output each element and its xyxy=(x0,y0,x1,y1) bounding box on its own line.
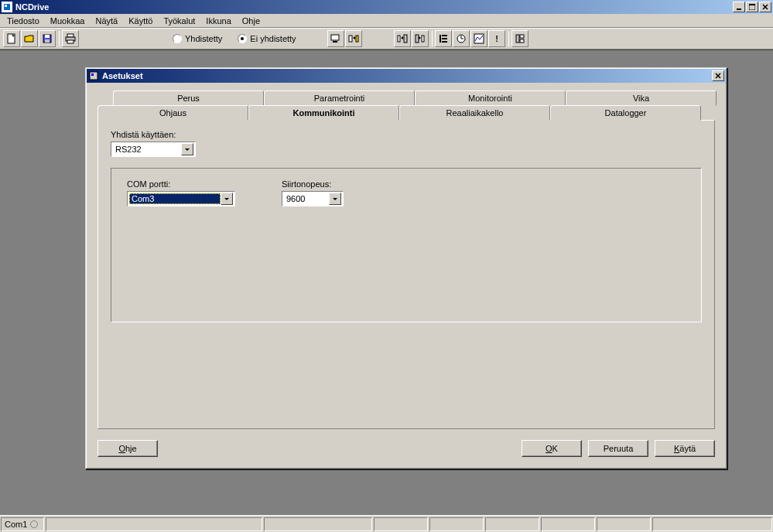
chevron-down-icon[interactable] xyxy=(221,193,233,205)
chevron-down-icon[interactable] xyxy=(329,193,341,205)
apply-button[interactable]: Käytä xyxy=(655,440,715,457)
status-panel-5 xyxy=(429,517,484,531)
tab-vika[interactable]: Vika xyxy=(566,90,717,106)
tb-monitor-button[interactable] xyxy=(453,30,470,47)
print-button[interactable] xyxy=(62,30,79,47)
status-panel-9 xyxy=(652,517,772,531)
toolbar-separator xyxy=(432,31,433,46)
connect-using-dropdown[interactable]: RS232 xyxy=(111,142,196,157)
tab-ohjaus[interactable]: Ohjaus xyxy=(97,105,248,121)
status-com-panel: Com1 xyxy=(1,517,44,531)
svg-rect-9 xyxy=(45,35,50,38)
dialog-close-button[interactable] xyxy=(712,70,724,81)
svg-rect-33 xyxy=(520,39,524,43)
disconnected-radio-group: Ei yhdistetty xyxy=(238,34,296,43)
maximize-button[interactable] xyxy=(746,2,758,12)
tb-alert-button[interactable]: ! xyxy=(488,30,505,47)
chevron-down-icon[interactable] xyxy=(181,143,193,155)
baud-rate-dropdown[interactable]: 9600 xyxy=(282,191,344,206)
mdi-area: Asetukset Perus Parametrointi Monitoroin… xyxy=(0,49,773,515)
radio-connected[interactable] xyxy=(173,34,182,43)
menu-ohje[interactable]: Ohje xyxy=(237,15,265,26)
status-panel-4 xyxy=(374,517,428,531)
svg-rect-24 xyxy=(442,38,447,39)
tb-list-button[interactable] xyxy=(435,30,452,47)
connection-group: COM portti: Com3 Siirto xyxy=(111,168,702,322)
settings-dialog: Asetukset Perus Parametrointi Monitoroin… xyxy=(85,67,727,469)
dialog-titlebar[interactable]: Asetukset xyxy=(87,69,726,83)
status-panel-8 xyxy=(597,517,651,531)
menu-nayta[interactable]: Näytä xyxy=(90,15,123,26)
radio-connected-label: Yhdistetty xyxy=(185,34,222,43)
tb-download-button[interactable] xyxy=(412,30,429,47)
radio-disconnected[interactable] xyxy=(238,34,247,43)
menu-tiedosto[interactable]: Tiedosto xyxy=(2,15,45,26)
radio-disconnected-label: Ei yhdistetty xyxy=(250,34,296,43)
svg-text:!: ! xyxy=(495,34,498,43)
tab-perus[interactable]: Perus xyxy=(113,90,264,106)
close-button[interactable] xyxy=(759,2,771,12)
svg-rect-14 xyxy=(331,35,339,40)
ok-button[interactable]: OK xyxy=(522,440,582,457)
menu-kaytto[interactable]: Käyttö xyxy=(123,15,158,26)
svg-rect-10 xyxy=(45,39,50,43)
svg-rect-4 xyxy=(749,4,755,5)
app-icon xyxy=(2,2,12,12)
main-titlebar: NCDrive xyxy=(0,0,773,14)
svg-rect-1 xyxy=(5,5,7,7)
connect-using-label: Yhdistä käyttäen: xyxy=(111,130,702,139)
toolbar: Yhdistetty Ei yhdistetty ! xyxy=(0,28,773,49)
com-port-dropdown[interactable]: Com3 xyxy=(127,191,235,206)
connect-using-value: RS232 xyxy=(113,144,181,155)
menu-tyokalut[interactable]: Työkalut xyxy=(158,15,200,26)
svg-rect-19 xyxy=(404,35,407,43)
svg-rect-23 xyxy=(442,35,447,36)
tab-monitorointi[interactable]: Monitorointi xyxy=(415,90,566,106)
dialog-icon xyxy=(88,70,99,81)
svg-rect-13 xyxy=(67,40,74,43)
tb-upload-button[interactable] xyxy=(394,30,411,47)
menu-ikkuna[interactable]: Ikkuna xyxy=(200,15,236,26)
svg-rect-22 xyxy=(440,35,441,43)
svg-rect-17 xyxy=(356,36,358,42)
svg-rect-31 xyxy=(516,35,519,43)
status-led-icon xyxy=(30,520,38,528)
app-title: NCDrive xyxy=(15,2,733,12)
menubar: Tiedosto Muokkaa Näytä Käyttö Työkalut I… xyxy=(0,14,773,28)
tab-kommunikointi[interactable]: Kommunikointi xyxy=(248,105,399,121)
tab-parametrointi[interactable]: Parametrointi xyxy=(264,90,415,106)
svg-rect-11 xyxy=(67,34,74,37)
menu-muokkaa[interactable]: Muokkaa xyxy=(45,15,91,26)
tab-container: Perus Parametrointi Monitorointi Vika Oh… xyxy=(97,90,715,429)
status-panel-6 xyxy=(485,517,539,531)
tb-device1-button[interactable] xyxy=(327,30,344,47)
svg-rect-35 xyxy=(91,73,94,76)
dialog-title: Asetukset xyxy=(102,71,712,80)
svg-rect-21 xyxy=(416,35,419,43)
tb-chart-button[interactable] xyxy=(470,30,487,47)
svg-rect-16 xyxy=(349,36,352,42)
com-port-value: Com3 xyxy=(129,193,221,204)
save-button[interactable] xyxy=(39,30,56,47)
svg-rect-32 xyxy=(520,35,524,38)
statusbar: Com1 xyxy=(0,515,773,532)
tb-device2-button[interactable] xyxy=(345,30,362,47)
status-com-label: Com1 xyxy=(5,520,27,529)
minimize-button[interactable] xyxy=(733,2,745,12)
toolbar-separator xyxy=(59,31,60,46)
baud-rate-label: Siirtonopeus: xyxy=(282,179,344,189)
tb-settings-button[interactable] xyxy=(511,30,528,47)
help-button[interactable]: Ohje xyxy=(97,440,158,457)
baud-rate-value: 9600 xyxy=(284,193,329,204)
status-panel-7 xyxy=(541,517,595,531)
com-port-label: COM portti: xyxy=(127,179,235,189)
cancel-button[interactable]: Peruuta xyxy=(588,440,648,457)
toolbar-separator xyxy=(508,31,509,46)
status-panel-3 xyxy=(264,517,372,531)
tab-datalogger[interactable]: Datalogger xyxy=(550,105,701,121)
connected-radio-group: Yhdistetty xyxy=(173,34,222,43)
open-button[interactable] xyxy=(21,30,38,47)
new-button[interactable] xyxy=(3,30,20,47)
tab-reaaliaikakello[interactable]: Reaaliaikakello xyxy=(399,105,550,121)
svg-rect-18 xyxy=(398,36,400,42)
